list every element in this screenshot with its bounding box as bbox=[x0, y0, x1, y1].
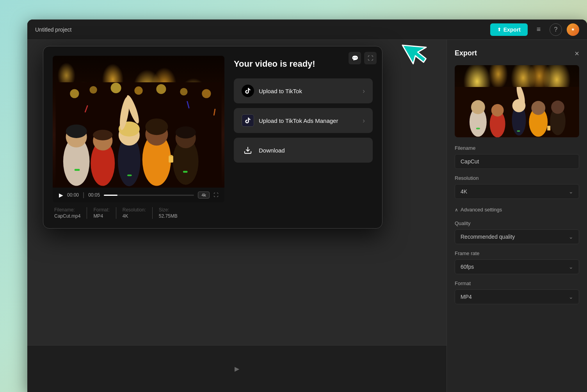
format-select-wrapper: MP4 ⌄ bbox=[455, 289, 579, 304]
export-button[interactable]: ⬆ Export bbox=[490, 23, 528, 36]
upload-tiktok-ads-button[interactable]: Upload to TikTok Ads Manager › bbox=[234, 108, 373, 133]
modal-body: ▶ 00:00 | 00:05 4k ⛶ Filename: CapCut.mp… bbox=[53, 56, 373, 219]
fullscreen-modal-button[interactable]: ⛶ bbox=[364, 52, 377, 64]
modal-top-icons: 💬 ⛶ bbox=[349, 52, 377, 64]
close-button[interactable]: × bbox=[575, 50, 579, 57]
project-title: Untitled project bbox=[35, 27, 71, 33]
svg-point-18 bbox=[111, 83, 121, 93]
filename-info-value: CapCut.mp4 bbox=[54, 213, 80, 219]
svg-rect-13 bbox=[517, 130, 520, 131]
avatar[interactable]: ★ bbox=[567, 23, 579, 36]
progress-bar[interactable] bbox=[104, 195, 194, 196]
svg-point-9 bbox=[531, 101, 545, 115]
frame-rate-value: 60fps bbox=[461, 264, 474, 270]
format-info: Format: MP4 bbox=[93, 207, 116, 219]
tiktok-ads-icon bbox=[242, 114, 254, 127]
svg-point-16 bbox=[70, 89, 79, 98]
format-field-group: Format MP4 ⌄ bbox=[455, 280, 579, 304]
upload-options-section: Your video is ready! Upload to TikTok › bbox=[234, 56, 373, 219]
frame-rate-label: Frame rate bbox=[455, 250, 579, 256]
timeline-play-button[interactable]: ▶ bbox=[235, 365, 239, 372]
help-icon: ? bbox=[554, 26, 558, 33]
format-select[interactable]: MP4 ⌄ bbox=[455, 289, 579, 304]
timeline-area: ▶ bbox=[27, 345, 446, 392]
total-time: 00:05 bbox=[88, 192, 100, 198]
frame-rate-chevron-icon: ⌄ bbox=[569, 264, 573, 270]
upload-tiktok-button[interactable]: Upload to TikTok › bbox=[234, 78, 373, 103]
top-bar: Untitled project ⬆ Export ≡ ? ★ bbox=[27, 20, 587, 40]
fullscreen-modal-icon: ⛶ bbox=[368, 55, 373, 61]
video-thumbnail bbox=[53, 56, 224, 188]
advanced-settings-toggle[interactable]: ∧ Advanced settings bbox=[455, 205, 579, 214]
video-preview-section: ▶ 00:00 | 00:05 4k ⛶ Filename: CapCut.mp… bbox=[53, 56, 224, 219]
svg-rect-40 bbox=[75, 169, 80, 171]
download-icon bbox=[242, 144, 254, 156]
resolution-chevron-icon: ⌄ bbox=[569, 188, 573, 195]
filename-input[interactable] bbox=[455, 154, 579, 169]
svg-point-17 bbox=[89, 86, 97, 93]
svg-point-28 bbox=[93, 129, 112, 140]
size-info-value: 52.75MB bbox=[159, 213, 178, 219]
frame-rate-select[interactable]: 60fps ⌄ bbox=[455, 259, 579, 274]
resolution-label: Resolution bbox=[455, 175, 579, 181]
export-arrow-icon: ⬆ bbox=[497, 27, 501, 32]
format-chevron-icon: ⌄ bbox=[569, 294, 573, 300]
tiktok-ads-btn-left: Upload to TikTok Ads Manager bbox=[242, 114, 338, 127]
format-value: MP4 bbox=[461, 294, 472, 300]
top-bar-right: ⬆ Export ≡ ? ★ bbox=[490, 23, 579, 36]
svg-point-25 bbox=[66, 124, 87, 138]
frame-rate-select-wrapper: 60fps ⌄ bbox=[455, 259, 579, 274]
close-icon: × bbox=[575, 49, 579, 58]
comment-icon: 💬 bbox=[352, 55, 358, 61]
filename-label: Filename bbox=[455, 145, 579, 151]
svg-rect-14 bbox=[547, 126, 550, 130]
quality-label: Quality bbox=[455, 220, 579, 226]
export-btn-label: Export bbox=[503, 27, 521, 33]
download-btn-left: Download bbox=[242, 144, 285, 156]
svg-rect-41 bbox=[127, 174, 132, 176]
svg-rect-43 bbox=[169, 156, 173, 162]
svg-point-21 bbox=[180, 88, 187, 95]
resolution-value: 4K bbox=[461, 188, 467, 195]
svg-point-36 bbox=[145, 118, 168, 135]
resolution-select-wrapper: 4K ⌄ bbox=[455, 184, 579, 199]
resolution-field-group: Resolution 4K ⌄ bbox=[455, 175, 579, 199]
size-info: Size: 52.75MB bbox=[159, 207, 178, 219]
filename-info-label: Filename: bbox=[54, 207, 80, 213]
menu-button[interactable]: ≡ bbox=[532, 23, 545, 36]
filename-info: Filename: CapCut.mp4 bbox=[54, 207, 87, 219]
svg-rect-42 bbox=[183, 171, 188, 173]
tiktok-chevron-icon: › bbox=[363, 87, 365, 95]
resolution-info-value: 4K bbox=[123, 213, 128, 219]
tiktok-ads-chevron-icon: › bbox=[363, 117, 365, 125]
svg-point-39 bbox=[176, 126, 196, 138]
format-info-value: MP4 bbox=[93, 213, 103, 219]
svg-point-20 bbox=[156, 84, 166, 94]
play-button[interactable]: ▶ bbox=[59, 192, 63, 198]
download-label: Download bbox=[259, 147, 285, 154]
svg-rect-44 bbox=[169, 155, 173, 156]
help-button[interactable]: ? bbox=[550, 23, 562, 36]
filename-field-group: Filename bbox=[455, 145, 579, 169]
video-ready-modal: 💬 ⛶ bbox=[43, 46, 382, 229]
download-button[interactable]: Download bbox=[234, 138, 373, 163]
quality-badge: 4k bbox=[198, 192, 210, 199]
avatar-icon: ★ bbox=[571, 27, 575, 32]
resolution-select[interactable]: 4K ⌄ bbox=[455, 184, 579, 199]
chevron-up-icon: ∧ bbox=[455, 207, 458, 213]
size-info-label: Size: bbox=[159, 207, 178, 213]
quality-select[interactable]: Recommended quality ⌄ bbox=[455, 229, 579, 244]
video-controls: ▶ 00:00 | 00:05 4k ⛶ bbox=[53, 188, 224, 202]
svg-point-19 bbox=[134, 86, 142, 94]
upload-tiktok-ads-label: Upload to TikTok Ads Manager bbox=[259, 117, 338, 124]
svg-point-11 bbox=[551, 100, 564, 114]
export-panel-header: Export × bbox=[455, 49, 579, 57]
comment-icon-button[interactable]: 💬 bbox=[349, 52, 361, 64]
format-info-label: Format: bbox=[93, 207, 109, 213]
fullscreen-button[interactable]: ⛶ bbox=[213, 192, 218, 198]
resolution-info-label: Resolution: bbox=[123, 207, 146, 213]
upload-tiktok-label: Upload to TikTok bbox=[259, 88, 302, 94]
export-panel-title: Export bbox=[455, 49, 477, 57]
svg-point-22 bbox=[202, 89, 211, 98]
quality-value: Recommended quality bbox=[461, 234, 515, 240]
